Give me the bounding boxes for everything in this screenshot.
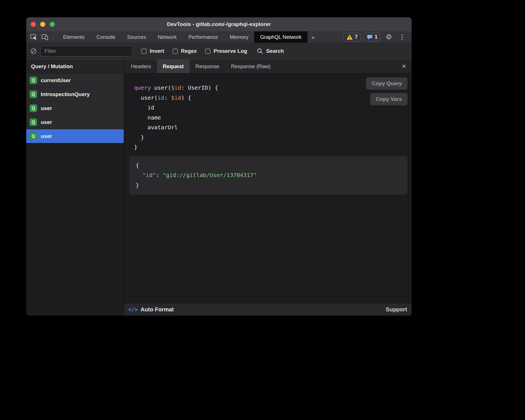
window-title: DevTools - gitlab.com/-/graphql-explorer: [167, 21, 271, 27]
query-type-badge: Q: [30, 132, 37, 140]
code-token: : UserID) {: [181, 84, 218, 91]
checkbox-box: [173, 49, 178, 54]
vars-line: "id": "gid://gitlab/User/13704317": [136, 170, 401, 180]
code-token: :: [164, 94, 171, 101]
query-list-sidebar: Query / Mutation Q currentUser Q Introsp…: [26, 59, 124, 316]
detail-panel: Headers Request Response Response (Raw) …: [124, 59, 412, 316]
tab-headers[interactable]: Headers: [125, 59, 157, 73]
sidebar-header: Query / Mutation: [26, 59, 124, 73]
list-item-user-3-selected[interactable]: Q user: [26, 129, 124, 143]
tab-bar-right-controls: 7 1 ⚙ ⋮: [343, 31, 412, 43]
close-icon[interactable]: ×: [396, 59, 412, 73]
checkbox-label: Regex: [181, 48, 197, 54]
tab-response[interactable]: Response: [190, 59, 225, 73]
checkbox-box: [141, 49, 147, 54]
code-line: }: [134, 142, 407, 152]
devtools-tab-bar: Elements Console Sources Network Perform…: [26, 31, 412, 43]
warnings-badge[interactable]: 7: [343, 33, 361, 41]
more-tabs-chevron-icon[interactable]: »: [307, 31, 319, 43]
invert-checkbox[interactable]: Invert: [141, 48, 164, 54]
copy-vars-button[interactable]: Copy Vars: [370, 93, 407, 105]
clear-icon[interactable]: [30, 48, 37, 54]
code-line: name: [134, 113, 407, 123]
list-item-user-2[interactable]: Q user: [26, 115, 124, 129]
code-token: $id: [171, 84, 181, 91]
zoom-window-button[interactable]: [50, 22, 55, 27]
query-type-badge: Q: [30, 104, 37, 112]
window-controls: [31, 17, 55, 31]
code-token: user(: [151, 84, 171, 91]
query-name: user: [41, 119, 52, 125]
vars-line: {: [136, 161, 401, 171]
query-variables-panel: { "id": "gid://gitlab/User/13704317" }: [129, 156, 407, 195]
messages-badge[interactable]: 1: [364, 33, 381, 41]
tab-console[interactable]: Console: [90, 31, 121, 43]
search-label: Search: [266, 48, 284, 54]
tab-performance[interactable]: Performance: [183, 31, 224, 43]
warning-count: 7: [355, 34, 358, 40]
checkbox-box: [205, 49, 211, 54]
code-brackets-icon: </>: [128, 306, 138, 312]
search-icon: [257, 48, 263, 54]
status-footer: </> Auto Format Support: [124, 303, 412, 316]
checkbox-label: Invert: [150, 48, 164, 54]
query-type-badge: Q: [30, 118, 37, 126]
device-toolbar-icon[interactable]: [41, 34, 49, 40]
vars-line: }: [136, 180, 401, 190]
auto-format-label: Auto Format: [140, 306, 174, 313]
tab-request[interactable]: Request: [157, 59, 190, 73]
inspect-element-icon[interactable]: [30, 34, 37, 40]
message-count: 1: [375, 34, 378, 40]
request-content: Copy Query Copy Vars query user($id: Use…: [124, 73, 412, 303]
list-item-user-1[interactable]: Q user: [26, 101, 124, 115]
support-link[interactable]: Support: [386, 306, 407, 313]
query-type-badge: Q: [30, 90, 37, 98]
close-window-button[interactable]: [31, 22, 36, 27]
query-name: user: [41, 133, 52, 139]
detail-tab-bar: Headers Request Response Response (Raw) …: [124, 59, 412, 73]
copy-query-button[interactable]: Copy Query: [366, 77, 407, 90]
json-separator: :: [156, 172, 163, 178]
chat-bubble-icon: [367, 34, 373, 40]
filter-toolbar: Invert Regex Preserve Log Search: [26, 43, 412, 59]
tab-elements[interactable]: Elements: [57, 31, 90, 43]
copy-buttons: Copy Query Copy Vars: [366, 77, 407, 105]
code-token: id: [157, 94, 164, 101]
list-item-currentuser[interactable]: Q currentUser: [26, 73, 124, 87]
filter-input[interactable]: [40, 46, 133, 56]
list-item-introspectionquery[interactable]: Q IntrospectionQuery: [26, 87, 124, 101]
tab-sources[interactable]: Sources: [121, 31, 152, 43]
tab-graphql-network[interactable]: GraphQL Network: [254, 31, 307, 43]
code-token: ) {: [181, 94, 191, 101]
code-line: }: [134, 133, 407, 143]
code-token: $id: [171, 94, 181, 101]
main-split: Query / Mutation Q currentUser Q Introsp…: [26, 59, 412, 316]
json-key: "id": [136, 172, 156, 178]
devtools-window: DevTools - gitlab.com/-/graphql-explorer…: [26, 17, 412, 316]
kebab-menu-icon[interactable]: ⋮: [397, 33, 407, 41]
query-name: currentUser: [41, 77, 71, 83]
query-name: IntrospectionQuery: [41, 91, 90, 97]
tab-response-raw[interactable]: Response (Raw): [225, 59, 276, 73]
title-bar: DevTools - gitlab.com/-/graphql-explorer: [26, 17, 412, 31]
warning-triangle-icon: [346, 34, 353, 40]
regex-checkbox[interactable]: Regex: [173, 48, 197, 54]
tab-network[interactable]: Network: [152, 31, 183, 43]
toolbar-icons: [26, 31, 57, 43]
code-token: user(: [134, 94, 157, 101]
query-name: user: [41, 105, 52, 111]
settings-gear-icon[interactable]: ⚙: [383, 33, 394, 41]
query-type-badge: Q: [30, 77, 37, 84]
preserve-log-checkbox[interactable]: Preserve Log: [205, 48, 247, 54]
json-value: "gid://gitlab/User/13704317": [163, 172, 257, 178]
search-control[interactable]: Search: [257, 48, 284, 54]
code-token: query: [134, 84, 151, 91]
divider: [53, 34, 53, 40]
code-line: avatarUrl: [134, 123, 407, 133]
checkbox-label: Preserve Log: [214, 48, 247, 54]
tab-memory[interactable]: Memory: [224, 31, 254, 43]
auto-format-control[interactable]: </> Auto Format: [128, 306, 174, 313]
minimize-window-button[interactable]: [40, 22, 45, 27]
